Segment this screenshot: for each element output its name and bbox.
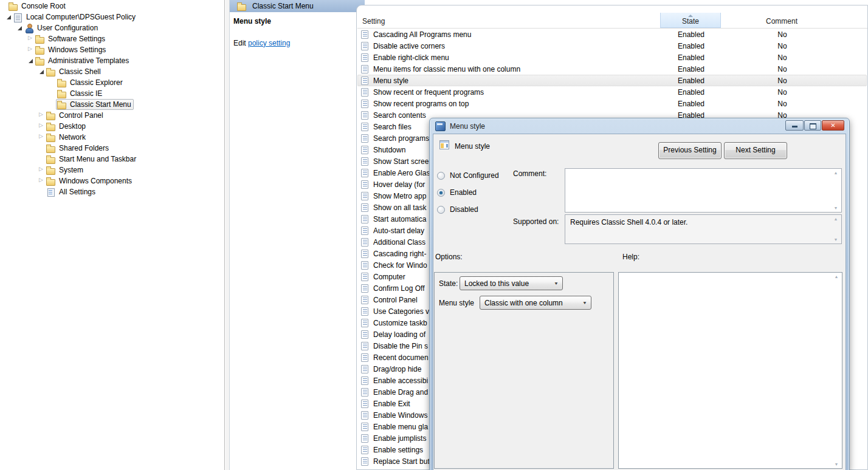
- expand-arrow-icon[interactable]: [5, 12, 12, 22]
- expand-arrow-icon[interactable]: [38, 110, 45, 121]
- tree-item-icon: [35, 35, 45, 44]
- radio-button-icon[interactable]: [437, 206, 445, 214]
- tree-item-icon: [46, 67, 56, 77]
- tree-item[interactable]: All Settings: [0, 186, 224, 197]
- tree-item[interactable]: Desktop: [0, 121, 224, 132]
- radio-option[interactable]: Not Configured: [437, 167, 522, 184]
- scroll-down-icon[interactable]: ▼: [835, 462, 839, 466]
- expand-arrow-icon[interactable]: [38, 186, 45, 197]
- tree-item-icon: [13, 13, 23, 22]
- tree-item[interactable]: Classic Explorer: [0, 77, 224, 88]
- policy-setting-icon: [361, 296, 368, 304]
- expand-arrow-icon[interactable]: [49, 99, 56, 110]
- tree-item-icon: [57, 89, 67, 98]
- tree-item[interactable]: Classic IE: [0, 88, 224, 99]
- cell-state: Enabled: [661, 77, 722, 85]
- details-pane-header: Classic Start Menu: [230, 0, 365, 12]
- tree-item-icon: [46, 155, 56, 164]
- close-button[interactable]: ✕: [822, 120, 844, 131]
- tree-item[interactable]: User Configuration: [0, 22, 224, 33]
- expand-arrow-icon[interactable]: [49, 88, 56, 99]
- tree-item-icon: [46, 122, 56, 131]
- comment-textarea[interactable]: ▲ ▼: [565, 168, 842, 213]
- scroll-down-icon[interactable]: ▼: [834, 206, 838, 210]
- tree-item[interactable]: Console Root: [0, 1, 224, 12]
- expand-arrow-icon[interactable]: [27, 55, 34, 66]
- state-dropdown[interactable]: Locked to this value: [460, 276, 563, 290]
- comment-label: Comment:: [513, 169, 546, 178]
- help-scrollbar[interactable]: ▲ ▼: [832, 273, 841, 468]
- policy-setting-icon: [361, 457, 368, 466]
- tree-item[interactable]: Classic Shell: [0, 66, 224, 77]
- scroll-up-icon[interactable]: ▲: [834, 171, 838, 175]
- policy-setting-icon: [361, 180, 368, 189]
- radio-button-icon[interactable]: [437, 189, 445, 197]
- table-row[interactable]: Menu items for classic menu with one col…: [357, 63, 867, 75]
- tree-item[interactable]: Shared Folders: [0, 143, 224, 154]
- state-dropdown-label: State:: [439, 279, 458, 288]
- column-header-setting[interactable]: Setting: [362, 17, 385, 26]
- help-box: ▲ ▼: [618, 272, 842, 469]
- policy-setting-icon: [361, 169, 368, 177]
- tree-item[interactable]: Start Menu and Taskbar: [0, 154, 224, 165]
- previous-setting-button[interactable]: Previous Setting: [658, 142, 722, 159]
- tree-item-icon: [46, 144, 56, 153]
- tree-item[interactable]: Local Computer\DPSGuest Policy: [0, 12, 224, 22]
- policy-setting-icon: [361, 134, 368, 143]
- next-setting-button[interactable]: Next Setting: [724, 142, 787, 159]
- expand-arrow-icon[interactable]: [27, 44, 34, 55]
- tree-item[interactable]: Administrative Templates: [0, 55, 224, 66]
- pane-splitter[interactable]: [226, 0, 230, 470]
- column-header-comment[interactable]: Comment: [721, 17, 842, 26]
- tree-item-label: System: [59, 166, 83, 174]
- tree-item[interactable]: Control Panel: [0, 110, 224, 121]
- tree-item[interactable]: Classic Start Menu: [0, 99, 224, 110]
- tree-item[interactable]: Software Settings: [0, 33, 224, 44]
- table-row[interactable]: Disable active corners Enabled No: [357, 40, 867, 52]
- scroll-up-icon[interactable]: ▲: [835, 274, 839, 279]
- maximize-button[interactable]: [804, 120, 821, 131]
- comment-scrollbar[interactable]: ▲ ▼: [831, 169, 841, 211]
- expand-arrow-icon[interactable]: [38, 66, 45, 77]
- policy-setting-icon: [361, 157, 368, 166]
- edit-policy-setting-link[interactable]: policy setting: [248, 39, 290, 47]
- table-row[interactable]: Show recent or frequent programs Enabled…: [357, 86, 867, 98]
- policy-setting-icon: [361, 77, 368, 85]
- supported-scrollbar[interactable]: ▲ ▼: [831, 216, 841, 243]
- expand-arrow-icon[interactable]: [49, 77, 56, 88]
- tree-item[interactable]: Windows Components: [0, 175, 224, 186]
- expand-arrow-icon[interactable]: [38, 132, 45, 143]
- details-pane: [230, 0, 356, 470]
- expand-arrow-icon[interactable]: [38, 121, 45, 132]
- expand-arrow-icon[interactable]: [38, 143, 45, 154]
- expand-arrow-icon[interactable]: [0, 1, 7, 12]
- tree-item-icon: [35, 46, 45, 55]
- tree-item-label: Software Settings: [48, 35, 105, 43]
- minimize-button[interactable]: [785, 120, 804, 131]
- expand-arrow-icon[interactable]: [27, 33, 34, 44]
- menu-style-dropdown[interactable]: Classic with one column: [480, 296, 591, 310]
- expand-arrow-icon[interactable]: [38, 154, 45, 165]
- scroll-down-icon[interactable]: ▼: [834, 237, 838, 242]
- table-row[interactable]: Enable right-click menu Enabled No: [357, 52, 867, 63]
- policy-setting-icon: [361, 411, 368, 420]
- selected-policy-title: Menu style: [233, 17, 356, 26]
- details-header-label: Classic Start Menu: [252, 2, 314, 10]
- radio-option[interactable]: Disabled: [437, 201, 522, 218]
- dialog-titlebar[interactable]: Menu style ✕: [430, 118, 849, 134]
- tree-item[interactable]: Network: [0, 132, 224, 143]
- radio-option[interactable]: Enabled: [437, 184, 522, 201]
- table-row[interactable]: Menu style Enabled No: [357, 75, 867, 86]
- dialog-title: Menu style: [450, 122, 485, 131]
- cell-setting: Menu style: [373, 77, 661, 85]
- expand-arrow-icon[interactable]: [16, 22, 23, 33]
- expand-arrow-icon[interactable]: [38, 165, 45, 175]
- column-header-state[interactable]: State: [660, 13, 721, 28]
- scroll-up-icon[interactable]: ▲: [834, 217, 838, 221]
- expand-arrow-icon[interactable]: [38, 175, 45, 186]
- tree-item[interactable]: System: [0, 165, 224, 175]
- radio-button-icon[interactable]: [437, 172, 445, 180]
- table-row[interactable]: Cascading All Programs menu Enabled No: [357, 29, 867, 40]
- tree-item[interactable]: Windows Settings: [0, 44, 224, 55]
- table-row[interactable]: Show recent programs on top Enabled No: [357, 98, 867, 109]
